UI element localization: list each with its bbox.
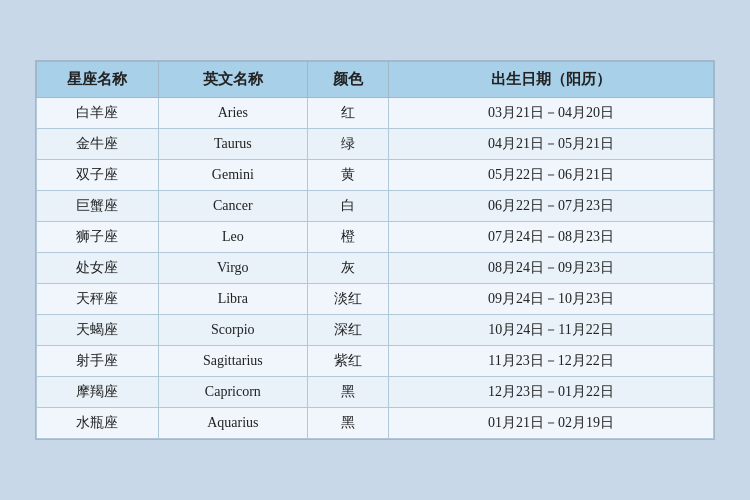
- cell-english: Aries: [158, 98, 307, 129]
- cell-date: 05月22日－06月21日: [389, 160, 714, 191]
- cell-english: Leo: [158, 222, 307, 253]
- header-english: 英文名称: [158, 62, 307, 98]
- cell-color: 黑: [307, 377, 388, 408]
- table-row: 天秤座Libra淡红09月24日－10月23日: [37, 284, 714, 315]
- cell-date: 11月23日－12月22日: [389, 346, 714, 377]
- cell-color: 红: [307, 98, 388, 129]
- cell-chinese: 水瓶座: [37, 408, 159, 439]
- table-row: 摩羯座Capricorn黑12月23日－01月22日: [37, 377, 714, 408]
- cell-date: 09月24日－10月23日: [389, 284, 714, 315]
- table-row: 金牛座Taurus绿04月21日－05月21日: [37, 129, 714, 160]
- cell-date: 12月23日－01月22日: [389, 377, 714, 408]
- zodiac-table: 星座名称 英文名称 颜色 出生日期（阳历） 白羊座Aries红03月21日－04…: [36, 61, 714, 439]
- cell-date: 03月21日－04月20日: [389, 98, 714, 129]
- cell-english: Cancer: [158, 191, 307, 222]
- cell-date: 06月22日－07月23日: [389, 191, 714, 222]
- cell-chinese: 天蝎座: [37, 315, 159, 346]
- cell-english: Gemini: [158, 160, 307, 191]
- cell-color: 灰: [307, 253, 388, 284]
- cell-color: 淡红: [307, 284, 388, 315]
- cell-chinese: 金牛座: [37, 129, 159, 160]
- cell-chinese: 巨蟹座: [37, 191, 159, 222]
- cell-color: 白: [307, 191, 388, 222]
- table-row: 狮子座Leo橙07月24日－08月23日: [37, 222, 714, 253]
- cell-english: Capricorn: [158, 377, 307, 408]
- cell-english: Sagittarius: [158, 346, 307, 377]
- header-chinese: 星座名称: [37, 62, 159, 98]
- cell-chinese: 处女座: [37, 253, 159, 284]
- table-row: 白羊座Aries红03月21日－04月20日: [37, 98, 714, 129]
- header-color: 颜色: [307, 62, 388, 98]
- cell-english: Aquarius: [158, 408, 307, 439]
- cell-english: Libra: [158, 284, 307, 315]
- cell-color: 黄: [307, 160, 388, 191]
- cell-chinese: 摩羯座: [37, 377, 159, 408]
- cell-english: Taurus: [158, 129, 307, 160]
- table-row: 射手座Sagittarius紫红11月23日－12月22日: [37, 346, 714, 377]
- cell-chinese: 白羊座: [37, 98, 159, 129]
- table-row: 双子座Gemini黄05月22日－06月21日: [37, 160, 714, 191]
- cell-date: 08月24日－09月23日: [389, 253, 714, 284]
- cell-chinese: 天秤座: [37, 284, 159, 315]
- cell-chinese: 射手座: [37, 346, 159, 377]
- table-row: 水瓶座Aquarius黑01月21日－02月19日: [37, 408, 714, 439]
- cell-english: Virgo: [158, 253, 307, 284]
- cell-date: 04月21日－05月21日: [389, 129, 714, 160]
- cell-chinese: 双子座: [37, 160, 159, 191]
- table-row: 巨蟹座Cancer白06月22日－07月23日: [37, 191, 714, 222]
- table-row: 处女座Virgo灰08月24日－09月23日: [37, 253, 714, 284]
- cell-color: 紫红: [307, 346, 388, 377]
- cell-date: 07月24日－08月23日: [389, 222, 714, 253]
- zodiac-table-container: 星座名称 英文名称 颜色 出生日期（阳历） 白羊座Aries红03月21日－04…: [35, 60, 715, 440]
- cell-chinese: 狮子座: [37, 222, 159, 253]
- cell-date: 10月24日－11月22日: [389, 315, 714, 346]
- cell-color: 黑: [307, 408, 388, 439]
- cell-color: 橙: [307, 222, 388, 253]
- cell-english: Scorpio: [158, 315, 307, 346]
- cell-color: 绿: [307, 129, 388, 160]
- header-date: 出生日期（阳历）: [389, 62, 714, 98]
- table-header-row: 星座名称 英文名称 颜色 出生日期（阳历）: [37, 62, 714, 98]
- table-row: 天蝎座Scorpio深红10月24日－11月22日: [37, 315, 714, 346]
- cell-date: 01月21日－02月19日: [389, 408, 714, 439]
- cell-color: 深红: [307, 315, 388, 346]
